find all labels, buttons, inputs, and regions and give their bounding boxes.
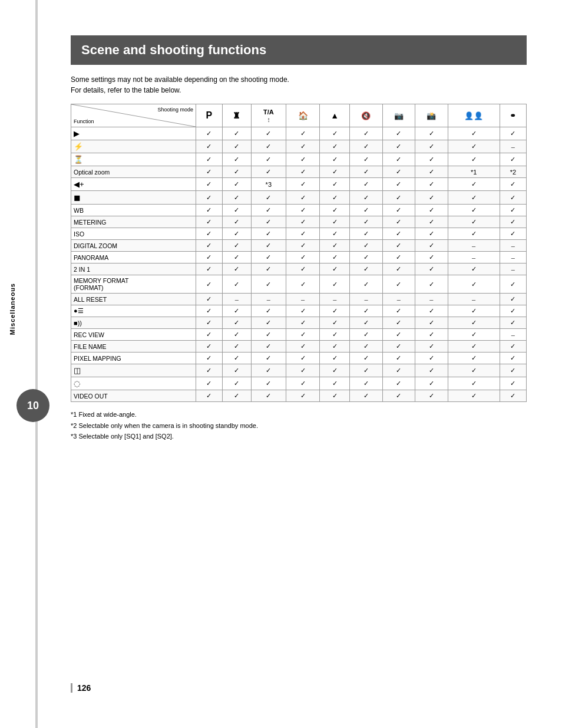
cell-20-3: ✓ (286, 377, 319, 390)
cell-18-0: ✓ (196, 353, 222, 364)
cell-16-8: ✓ (448, 329, 500, 341)
cell-18-9: ✓ (500, 353, 526, 364)
cell-4-7: ✓ (415, 178, 448, 191)
cell-11-1: ✓ (222, 263, 251, 275)
cell-17-1: ✓ (222, 341, 251, 353)
cell-19-3: ✓ (286, 364, 319, 377)
cell-13-1: – (222, 294, 251, 305)
cell-18-3: ✓ (286, 353, 319, 364)
table-body: ▶✓✓✓✓✓✓✓✓✓✓⚡✓✓✓✓✓✓✓✓✓–⏳✓✓✓✓✓✓✓✓✓✓Optical… (71, 127, 527, 402)
cell-5-1: ✓ (222, 191, 251, 205)
cell-2-6: ✓ (382, 153, 415, 166)
cell-3-2: ✓ (251, 166, 286, 178)
cell-18-8: ✓ (448, 353, 500, 364)
cell-12-4: ✓ (320, 275, 350, 294)
frame-icon-label: ◫ (71, 364, 196, 377)
cell-17-8: ✓ (448, 341, 500, 353)
chapter-side-label: Miscellaneous (9, 283, 16, 335)
cell-3-6: ✓ (382, 166, 415, 178)
table-row: ■))✓✓✓✓✓✓✓✓✓✓ (71, 317, 527, 329)
cell-15-5: ✓ (350, 317, 382, 329)
cell-21-0: ✓ (196, 390, 222, 402)
cell-13-2: – (251, 294, 286, 305)
cell-2-3: ✓ (286, 153, 319, 166)
cell-13-9: ✓ (500, 294, 526, 305)
table-row: ▶✓✓✓✓✓✓✓✓✓✓ (71, 127, 527, 140)
cell-10-9: – (500, 252, 526, 263)
cell-19-2: ✓ (251, 364, 286, 377)
chapter-badge: 10 (16, 389, 49, 422)
cell-20-7: ✓ (415, 377, 448, 390)
table-row: ◌✓✓✓✓✓✓✓✓✓✓ (71, 377, 527, 390)
cell-11-6: ✓ (382, 263, 415, 275)
cell-11-2: ✓ (251, 263, 286, 275)
cell-13-3: – (286, 294, 319, 305)
cell-0-5: ✓ (350, 127, 382, 140)
cell-3-0: ✓ (196, 166, 222, 178)
cell-1-9: – (500, 140, 526, 153)
cell-1-0: ✓ (196, 140, 222, 153)
cell-10-7: ✓ (415, 252, 448, 263)
mode-portrait1: 📷 (382, 104, 415, 127)
cell-6-8: ✓ (448, 205, 500, 216)
cell-19-5: ✓ (350, 364, 382, 377)
cell-11-8: ✓ (448, 263, 500, 275)
cell-5-7: ✓ (415, 191, 448, 205)
cell-10-4: ✓ (320, 252, 350, 263)
cell-13-7: – (415, 294, 448, 305)
section-title: Scene and shooting functions (71, 35, 527, 65)
rotate-icon-label: ◌ (71, 377, 196, 390)
flash-func-label: ▶ (71, 127, 196, 140)
cell-7-3: ✓ (286, 216, 319, 228)
cell-15-7: ✓ (415, 317, 448, 329)
cell-12-2: ✓ (251, 275, 286, 294)
metering-label: METERING (71, 216, 196, 228)
cell-3-4: ✓ (320, 166, 350, 178)
chapter-number: 10 (27, 400, 39, 412)
table-row: ◀+✓✓*3✓✓✓✓✓✓✓ (71, 178, 527, 191)
cell-2-9: ✓ (500, 153, 526, 166)
cell-12-1: ✓ (222, 275, 251, 294)
cell-9-9: – (500, 240, 526, 252)
pixel-mapping-label: PIXEL MAPPING (71, 353, 196, 364)
intro-text: Some settings may not be available depen… (71, 74, 527, 95)
cell-1-4: ✓ (320, 140, 350, 153)
table-row: ◼✓✓✓✓✓✓✓✓✓✓ (71, 191, 527, 205)
cell-12-0: ✓ (196, 275, 222, 294)
cell-12-6: ✓ (382, 275, 415, 294)
mode-sport: 🏠 (286, 104, 319, 127)
cell-7-1: ✓ (222, 216, 251, 228)
cell-14-1: ✓ (222, 305, 251, 317)
cell-0-9: ✓ (500, 127, 526, 140)
cell-8-8: ✓ (448, 228, 500, 240)
cell-20-6: ✓ (382, 377, 415, 390)
cell-9-6: ✓ (382, 240, 415, 252)
cell-0-3: ✓ (286, 127, 319, 140)
cell-5-5: ✓ (350, 191, 382, 205)
cell-4-9: ✓ (500, 178, 526, 191)
table-header-row: Shooting mode Function P ♜ T/A⋮ 🏠 ▲ 🔇 📷 … (71, 104, 527, 127)
cell-0-0: ✓ (196, 127, 222, 140)
cell-12-7: ✓ (415, 275, 448, 294)
cell-7-9: ✓ (500, 216, 526, 228)
cell-2-1: ✓ (222, 153, 251, 166)
cell-20-2: ✓ (251, 377, 286, 390)
2in1-label: 2 IN 1 (71, 263, 196, 275)
cell-14-0: ✓ (196, 305, 222, 317)
cell-6-4: ✓ (320, 205, 350, 216)
mode-portrait2: 📸 (415, 104, 448, 127)
cell-11-0: ✓ (196, 263, 222, 275)
function-label: Function (74, 118, 94, 124)
cell-0-6: ✓ (382, 127, 415, 140)
table-row: VIDEO OUT✓✓✓✓✓✓✓✓✓✓ (71, 390, 527, 402)
cell-18-5: ✓ (350, 353, 382, 364)
optical-zoom-label: Optical zoom (71, 166, 196, 178)
cell-2-4: ✓ (320, 153, 350, 166)
cell-9-8: – (448, 240, 500, 252)
cell-13-6: – (382, 294, 415, 305)
cell-8-9: ✓ (500, 228, 526, 240)
file-name-label: FILE NAME (71, 341, 196, 353)
cell-19-1: ✓ (222, 364, 251, 377)
cell-13-8: – (448, 294, 500, 305)
cell-5-4: ✓ (320, 191, 350, 205)
